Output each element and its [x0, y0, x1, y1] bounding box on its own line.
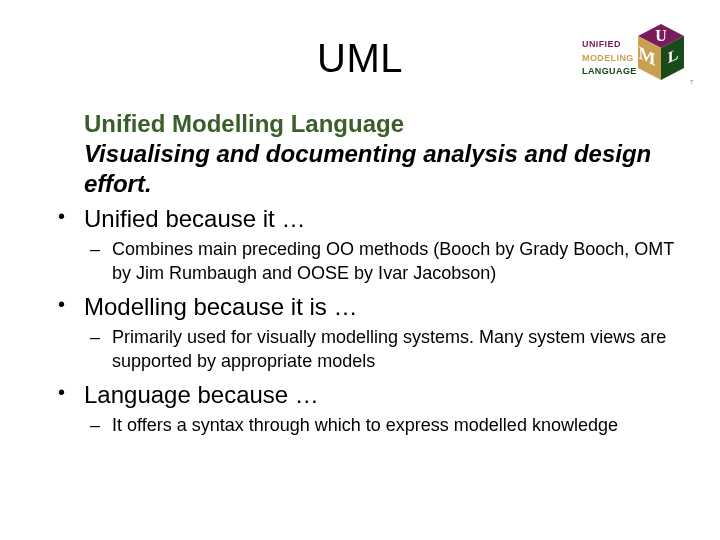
sub-list: It offers a syntax through which to expr… [84, 414, 682, 437]
sub-list: Combines main preceding OO methods (Booc… [84, 238, 682, 285]
uml-cube-icon: U M L TM [628, 18, 694, 98]
bullet-item: Unified because it … Combines main prece… [84, 203, 682, 285]
emphasis-line: Visualising and documenting analysis and… [46, 139, 682, 199]
bullet-item: Language because … It offers a syntax th… [84, 379, 682, 438]
bullet-text: Language because … [84, 381, 319, 408]
sub-item: It offers a syntax through which to expr… [112, 414, 682, 437]
slide-body: Unified Modelling Language Visualising a… [0, 109, 720, 438]
uml-logo: UNIFIED MODELING LANGUAGE U M L TM [582, 18, 702, 108]
bullet-text: Modelling because it is … [84, 293, 357, 320]
sub-item: Primarily used for visually modelling sy… [112, 326, 682, 373]
subtitle: Unified Modelling Language [46, 109, 682, 139]
svg-text:U: U [655, 27, 667, 44]
bullet-item: Modelling because it is … Primarily used… [84, 291, 682, 373]
bullet-list: Unified because it … Combines main prece… [46, 203, 682, 438]
svg-text:TM: TM [690, 79, 694, 85]
bullet-text: Unified because it … [84, 205, 305, 232]
sub-list: Primarily used for visually modelling sy… [84, 326, 682, 373]
sub-item: Combines main preceding OO methods (Booc… [112, 238, 682, 285]
